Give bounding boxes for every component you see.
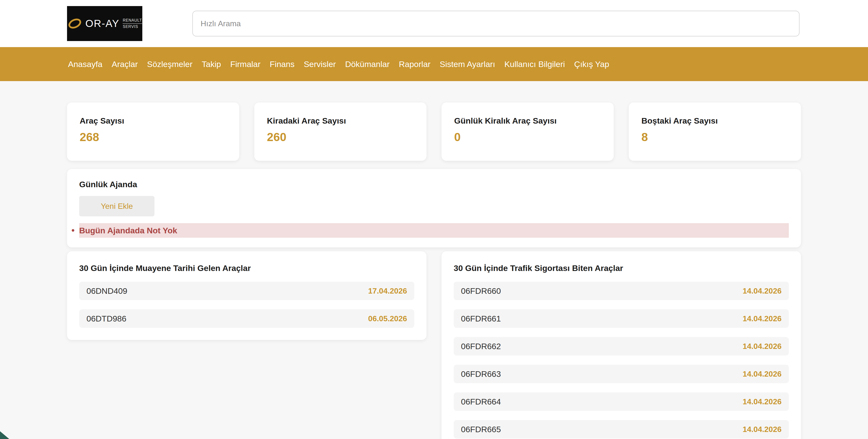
top-header: OR-AY RENAULT SERVIS	[0, 0, 868, 47]
stat-value: 8	[642, 130, 788, 144]
stat-value: 0	[454, 130, 601, 144]
ring-logo-icon	[67, 17, 82, 30]
brand-name: OR-AY	[86, 18, 120, 29]
vehicle-plate: 06FDR664	[461, 397, 501, 406]
vehicle-plate: 06FDR663	[461, 369, 501, 379]
table-row[interactable]: 06FDR661 14.04.2026	[454, 309, 789, 328]
due-date: 17.04.2026	[368, 286, 407, 295]
nav-item-kullanici-bilgileri[interactable]: Kullanıcı Bilgileri	[504, 60, 565, 69]
nav-item-dokumanlar[interactable]: Dökümanlar	[345, 60, 390, 69]
stat-label: Günlük Kiralık Araç Sayısı	[454, 116, 601, 126]
bottom-lists: 30 Gün İçinde Muayene Tarihi Gelen Araçl…	[67, 251, 801, 439]
main-content: Araç Sayısı 268 Kiradaki Araç Sayısı 260…	[0, 81, 868, 439]
page: OR-AY RENAULT SERVIS Anasayfa Araçlar Sö…	[0, 0, 868, 439]
agenda-title: Günlük Ajanda	[79, 180, 789, 189]
vehicle-plate: 06DND409	[87, 286, 127, 296]
inspection-card-title: 30 Gün İçinde Muayene Tarihi Gelen Araçl…	[79, 263, 414, 273]
brand-logo[interactable]: OR-AY RENAULT SERVIS	[67, 6, 142, 41]
daily-agenda-card: Günlük Ajanda Yeni Ekle • Bugün Ajandada…	[67, 169, 801, 247]
nav-item-cikis-yap[interactable]: Çıkış Yap	[574, 60, 609, 69]
insurance-expiry-card: 30 Gün İçinde Trafik Sigortası Biten Ara…	[441, 251, 801, 439]
agenda-add-button[interactable]: Yeni Ekle	[79, 196, 154, 216]
stat-value: 268	[80, 130, 226, 144]
due-date: 14.04.2026	[743, 286, 781, 295]
due-date: 14.04.2026	[743, 370, 781, 379]
nav-item-takip[interactable]: Takip	[202, 60, 221, 69]
table-row[interactable]: 06FDR664 14.04.2026	[454, 393, 789, 411]
vehicle-plate: 06FDR665	[461, 425, 501, 434]
due-date: 14.04.2026	[743, 397, 781, 406]
table-row[interactable]: 06DTD986 06.05.2026	[79, 309, 414, 328]
nav-item-finans[interactable]: Finans	[270, 60, 294, 69]
table-row[interactable]: 06FDR662 14.04.2026	[454, 337, 789, 355]
table-row[interactable]: 06FDR663 14.04.2026	[454, 365, 789, 383]
vehicle-plate: 06FDR661	[461, 314, 501, 323]
agenda-empty-message: Bugün Ajandada Not Yok	[79, 223, 789, 238]
nav-item-sozlesmeler[interactable]: Sözleşmeler	[147, 60, 192, 69]
brand-subtitle: RENAULT SERVIS	[123, 18, 142, 29]
stats-row: Araç Sayısı 268 Kiradaki Araç Sayısı 260…	[67, 102, 801, 161]
stat-card-gunluk-kiralik: Günlük Kiralık Araç Sayısı 0	[441, 102, 614, 161]
search-input[interactable]	[192, 11, 800, 36]
due-date: 06.05.2026	[368, 314, 407, 323]
table-row[interactable]: 06DND409 17.04.2026	[79, 282, 414, 300]
nav-item-anasayfa[interactable]: Anasayfa	[68, 60, 102, 69]
corner-decoration	[0, 431, 9, 439]
due-date: 14.04.2026	[743, 342, 781, 351]
stat-label: Boştaki Araç Sayısı	[642, 116, 788, 126]
vehicle-plate: 06DTD986	[87, 314, 126, 323]
table-row[interactable]: 06FDR665 14.04.2026	[454, 420, 789, 439]
vehicle-plate: 06FDR662	[461, 342, 501, 351]
nav-item-araclar[interactable]: Araçlar	[112, 60, 138, 69]
nav-item-firmalar[interactable]: Firmalar	[230, 60, 260, 69]
stat-card-bostaki-arac: Boştaki Araç Sayısı 8	[629, 102, 801, 161]
stat-label: Araç Sayısı	[80, 116, 226, 126]
insurance-card-title: 30 Gün İçinde Trafik Sigortası Biten Ara…	[454, 263, 789, 273]
agenda-empty-alert: • Bugün Ajandada Not Yok	[71, 223, 789, 238]
nav-item-raporlar[interactable]: Raporlar	[399, 60, 430, 69]
stat-value: 260	[267, 130, 414, 144]
alert-bullet: •	[71, 226, 79, 235]
vehicle-plate: 06FDR660	[461, 286, 501, 296]
inspection-due-card: 30 Gün İçinde Muayene Tarihi Gelen Araçl…	[67, 251, 427, 340]
table-row[interactable]: 06FDR660 14.04.2026	[454, 282, 789, 300]
nav-item-sistem-ayarlari[interactable]: Sistem Ayarları	[440, 60, 495, 69]
nav-item-servisler[interactable]: Servisler	[304, 60, 336, 69]
main-nav: Anasayfa Araçlar Sözleşmeler Takip Firma…	[0, 47, 868, 81]
stat-card-arac-sayisi: Araç Sayısı 268	[67, 102, 239, 161]
due-date: 14.04.2026	[743, 425, 781, 434]
stat-card-kiradaki-arac: Kiradaki Araç Sayısı 260	[254, 102, 427, 161]
stat-label: Kiradaki Araç Sayısı	[267, 116, 414, 126]
due-date: 14.04.2026	[743, 314, 781, 323]
